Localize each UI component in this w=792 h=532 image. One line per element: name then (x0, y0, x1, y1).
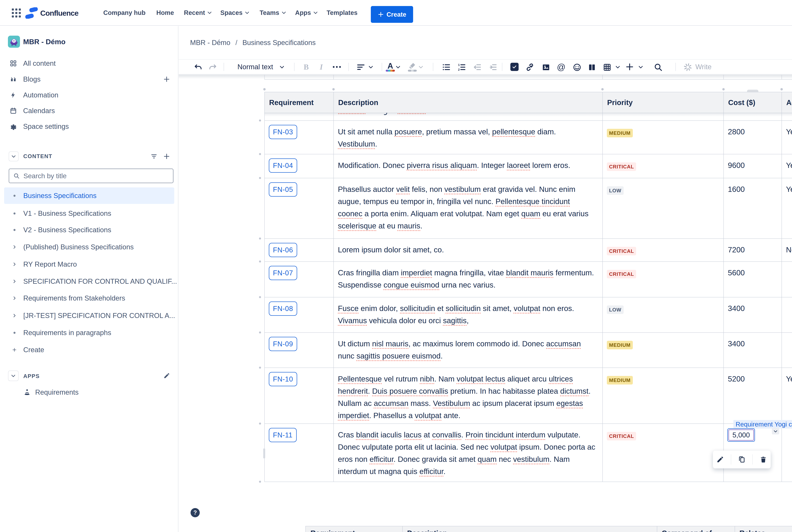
svg-text:2: 2 (458, 68, 460, 71)
svg-text:1: 1 (458, 63, 460, 66)
